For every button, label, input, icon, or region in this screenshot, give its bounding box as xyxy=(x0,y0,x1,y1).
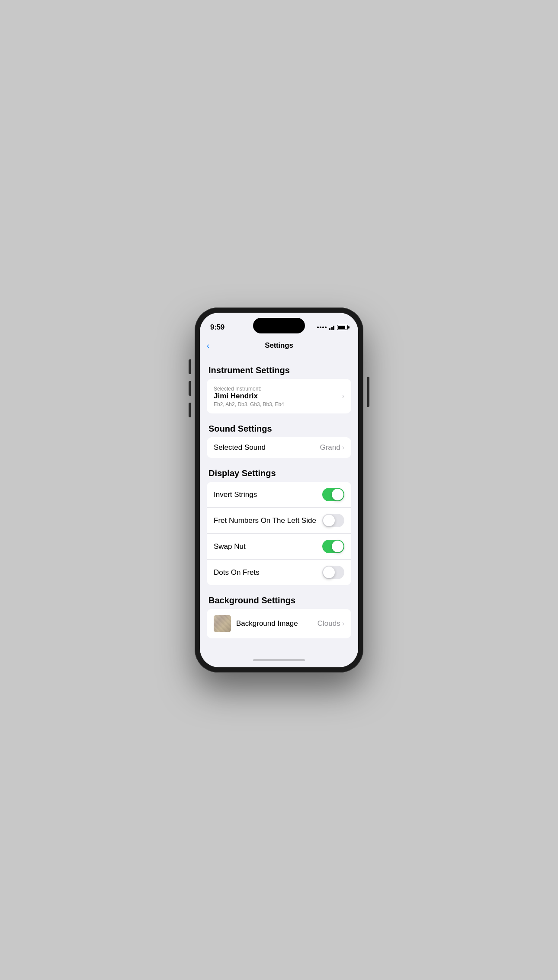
display-settings-header: Display Settings xyxy=(200,461,358,482)
dynamic-island xyxy=(253,318,305,333)
background-settings-card: Background Image Clouds › xyxy=(207,609,351,638)
selected-sound-row[interactable]: Selected Sound Grand › xyxy=(207,437,351,458)
background-settings-header: Background Settings xyxy=(200,589,358,609)
home-bar xyxy=(253,659,305,661)
background-image-thumbnail xyxy=(214,615,231,632)
toggle-thumb xyxy=(323,567,335,578)
sound-chevron-icon: › xyxy=(342,444,344,452)
instrument-name: Jimi Hendrix xyxy=(214,392,284,400)
background-image-label: Background Image xyxy=(236,619,298,628)
invert-strings-label: Invert Strings xyxy=(214,490,257,499)
instrument-row[interactable]: Selected Instrument: Jimi Hendrix Eb2, A… xyxy=(207,379,351,413)
home-indicator xyxy=(200,653,358,667)
navigation-bar: ‹ Settings xyxy=(200,336,358,355)
toggle-thumb xyxy=(332,489,343,500)
fret-numbers-toggle[interactable] xyxy=(322,514,344,527)
back-button[interactable]: ‹ xyxy=(207,341,209,350)
instrument-tuning: Eb2, Ab2, Db3, Gb3, Bb3, Eb4 xyxy=(214,401,284,407)
sound-settings-card: Selected Sound Grand › xyxy=(207,437,351,458)
instrument-settings-card: Selected Instrument: Jimi Hendrix Eb2, A… xyxy=(207,379,351,413)
background-image-row[interactable]: Background Image Clouds › xyxy=(207,609,351,638)
back-chevron-icon: ‹ xyxy=(207,341,209,350)
dots-on-frets-row: Dots On Frets xyxy=(207,560,351,585)
background-image-value-wrapper: Clouds › xyxy=(317,619,344,628)
page-title: Settings xyxy=(265,341,293,350)
fret-numbers-row: Fret Numbers On The Left Side xyxy=(207,508,351,534)
status-icons xyxy=(317,325,348,330)
toggle-thumb xyxy=(332,541,343,552)
selected-sound-value: Grand xyxy=(320,443,340,452)
selected-instrument-label: Selected Instrument: xyxy=(214,386,284,392)
battery-icon xyxy=(337,325,348,330)
dots-on-frets-toggle[interactable] xyxy=(322,566,344,579)
sound-settings-header: Sound Settings xyxy=(200,417,358,437)
selected-sound-value-wrapper: Grand › xyxy=(320,443,344,452)
swap-nut-toggle[interactable] xyxy=(322,540,344,553)
swap-nut-row: Swap Nut xyxy=(207,534,351,560)
background-image-value: Clouds xyxy=(317,619,340,628)
toggle-thumb xyxy=(323,515,335,526)
dots-on-frets-label: Dots On Frets xyxy=(214,568,260,577)
instrument-info: Selected Instrument: Jimi Hendrix Eb2, A… xyxy=(214,385,284,407)
swap-nut-label: Swap Nut xyxy=(214,542,246,551)
background-image-left: Background Image xyxy=(214,615,317,632)
selected-sound-label: Selected Sound xyxy=(214,443,266,452)
invert-strings-row: Invert Strings xyxy=(207,482,351,508)
display-settings-card: Invert Strings Fret Numbers On The Left … xyxy=(207,482,351,585)
battery-fill xyxy=(338,326,345,329)
phone-frame: 9:59 ‹ Settings Instrumen xyxy=(195,307,363,673)
background-chevron-icon: › xyxy=(342,620,344,628)
status-time: 9:59 xyxy=(210,323,224,332)
instrument-chevron-icon: › xyxy=(342,392,344,400)
invert-strings-toggle[interactable] xyxy=(322,488,344,501)
fret-numbers-label: Fret Numbers On The Left Side xyxy=(214,516,316,525)
phone-screen: 9:59 ‹ Settings Instrumen xyxy=(200,313,358,667)
wifi-icon xyxy=(329,325,334,330)
scroll-content: Instrument Settings Selected Instrument:… xyxy=(200,355,358,653)
instrument-settings-header: Instrument Settings xyxy=(200,359,358,379)
signal-icon xyxy=(317,327,327,328)
